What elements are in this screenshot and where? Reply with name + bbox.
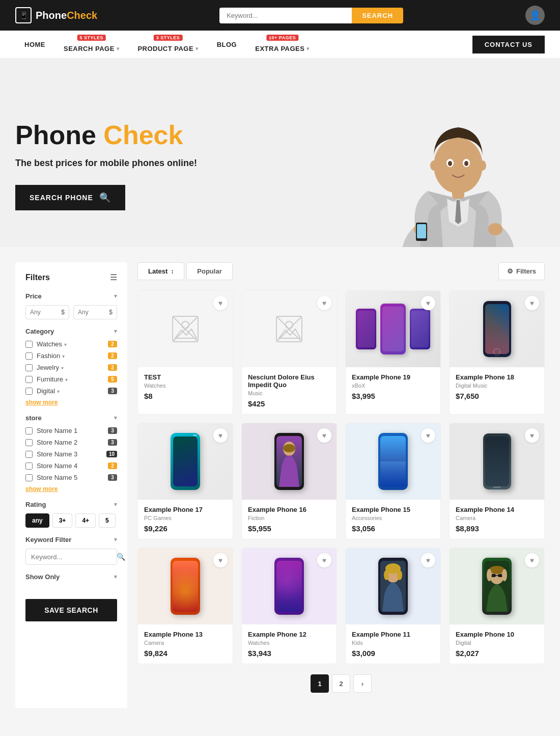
svg-point-35 bbox=[502, 569, 507, 581]
header-search-button[interactable]: SEARCH bbox=[352, 8, 403, 23]
category-checkbox-digital[interactable] bbox=[25, 388, 33, 395]
store-show-more[interactable]: show more bbox=[25, 485, 117, 493]
product-card-12: ♥ Example Phone 10 Digital $2,027 bbox=[449, 548, 545, 664]
store-label-5[interactable]: Store Name 5 bbox=[37, 474, 104, 481]
wishlist-button-9[interactable]: ♥ bbox=[213, 553, 228, 567]
wishlist-button-11[interactable]: ♥ bbox=[421, 553, 435, 567]
store-item-3: Store Name 3 10 bbox=[25, 450, 117, 458]
logo-phone: PhoneCheck bbox=[36, 10, 97, 21]
category-label-furniture[interactable]: Furniture ▾ bbox=[37, 375, 104, 383]
tab-latest[interactable]: Latest ↕ bbox=[137, 262, 184, 280]
svg-point-8 bbox=[479, 160, 486, 171]
nav-item-blog[interactable]: BLOG bbox=[208, 31, 246, 59]
category-show-more[interactable]: show more bbox=[25, 399, 117, 406]
page-button-2[interactable]: 2 bbox=[332, 674, 350, 693]
rating-4plus-button[interactable]: 4+ bbox=[75, 513, 96, 528]
product-price-5: $9,226 bbox=[144, 524, 227, 533]
category-label-fashion[interactable]: Fashion ▾ bbox=[37, 352, 104, 360]
store-label-3[interactable]: Store Name 3 bbox=[37, 450, 102, 458]
product-info-4: Example Phone 18 Digital Music $7,650 bbox=[450, 367, 544, 406]
category-label-watches[interactable]: Watches ▾ bbox=[37, 340, 104, 348]
product-info-7: Example Phone 15 Accessories $3,056 bbox=[346, 500, 440, 539]
pagination: 1 2 › bbox=[137, 674, 545, 708]
wishlist-button-5[interactable]: ♥ bbox=[213, 428, 228, 443]
nav-item-product-page[interactable]: 3 STYLES PRODUCT PAGE ▾ bbox=[128, 31, 207, 59]
product-price-7: $3,056 bbox=[352, 524, 434, 533]
product-category-5: PC Games bbox=[144, 515, 227, 521]
filter-lines-icon[interactable]: ☰ bbox=[110, 272, 117, 282]
keyword-filter-input[interactable] bbox=[31, 553, 117, 561]
wishlist-button-4[interactable]: ♥ bbox=[525, 296, 539, 310]
store-label-4[interactable]: Store Name 4 bbox=[37, 462, 104, 470]
store-checkbox-4[interactable] bbox=[25, 462, 33, 470]
category-filter-label[interactable]: Category ▾ bbox=[25, 328, 117, 335]
store-checkbox-1[interactable] bbox=[25, 427, 33, 434]
save-search-button[interactable]: Save Search bbox=[25, 599, 117, 621]
product-name-2: Nesciunt Dolore Eius Impedit Quo bbox=[248, 373, 330, 389]
max-price-input[interactable] bbox=[78, 309, 108, 316]
wishlist-button-7[interactable]: ♥ bbox=[421, 428, 435, 443]
keyword-arrow-icon: ▾ bbox=[114, 536, 117, 543]
wishlist-button-8[interactable]: ♥ bbox=[525, 428, 539, 443]
category-label-digital[interactable]: Digital ▾ bbox=[37, 387, 104, 395]
contact-us-button[interactable]: CONTACT US bbox=[472, 36, 545, 53]
category-label-jewelry[interactable]: Jewelry ▾ bbox=[37, 364, 104, 371]
show-only-label[interactable]: Show Only ▾ bbox=[25, 573, 117, 581]
header-search-input[interactable] bbox=[219, 8, 352, 23]
tabs-bar: Latest ↕ Popular ⚙ Filters bbox=[137, 262, 545, 280]
category-item-watches: Watches ▾ 2 bbox=[25, 340, 117, 348]
placeholder-icon-2 bbox=[274, 314, 304, 344]
page-next-button[interactable]: › bbox=[353, 674, 372, 693]
wishlist-button-6[interactable]: ♥ bbox=[317, 428, 331, 443]
store-label-2[interactable]: Store Name 2 bbox=[37, 439, 104, 446]
rating-any-button[interactable]: any bbox=[25, 513, 49, 528]
product-card-10: ♥ Example Phone 12 Watches $3,943 bbox=[241, 548, 337, 664]
category-checkbox-furniture[interactable] bbox=[25, 376, 33, 383]
logo[interactable]: 📱 PhoneCheck bbox=[15, 7, 97, 23]
category-item-furniture: Furniture ▾ 5 bbox=[25, 375, 117, 383]
store-filter: store ▾ Store Name 1 3 Store Name 2 3 St… bbox=[25, 414, 117, 493]
store-checkbox-2[interactable] bbox=[25, 439, 33, 446]
category-checkbox-jewelry[interactable] bbox=[25, 364, 33, 371]
svg-point-10 bbox=[488, 223, 502, 235]
wishlist-button-2[interactable]: ♥ bbox=[317, 296, 331, 310]
store-checkbox-5[interactable] bbox=[25, 474, 33, 481]
tab-popular[interactable]: Popular bbox=[186, 262, 232, 280]
product-info-2: Nesciunt Dolore Eius Impedit Quo Music $… bbox=[242, 367, 337, 414]
store-checkbox-3[interactable] bbox=[25, 451, 33, 458]
wishlist-button-3[interactable]: ♥ bbox=[421, 296, 435, 310]
store-label-1[interactable]: Store Name 1 bbox=[37, 427, 104, 434]
rating-filter-label[interactable]: Rating ▾ bbox=[25, 501, 117, 508]
nav-item-search-page[interactable]: 5 STYLES SEARCH PAGE ▾ bbox=[54, 31, 128, 59]
product-info-10: Example Phone 12 Watches $3,943 bbox=[242, 624, 337, 664]
category-checkbox-fashion[interactable] bbox=[25, 352, 33, 360]
search-phone-button[interactable]: SEARCH PHONE 🔍 bbox=[15, 185, 125, 210]
product-info-5: Example Phone 17 PC Games $9,226 bbox=[138, 500, 233, 539]
hero-image bbox=[372, 84, 545, 247]
filters-button[interactable]: ⚙ Filters bbox=[498, 262, 545, 280]
wishlist-button-12[interactable]: ♥ bbox=[525, 553, 539, 567]
wishlist-button-1[interactable]: ♥ bbox=[213, 296, 228, 310]
page-button-1[interactable]: 1 bbox=[311, 674, 329, 693]
product-name-11: Example Phone 11 bbox=[352, 631, 434, 638]
screen-content-12 bbox=[484, 561, 510, 612]
keyword-search-icon: 🔍 bbox=[117, 553, 125, 561]
keyword-filter-label[interactable]: Keyword Filter ▾ bbox=[25, 536, 117, 543]
sort-icon: ↕ bbox=[171, 268, 174, 275]
nav-item-extra-pages[interactable]: 10+ PAGES EXTRA PAGES ▾ bbox=[246, 31, 319, 59]
product-price-1: $8 bbox=[144, 392, 227, 400]
price-filter-label[interactable]: Price ▾ bbox=[25, 292, 117, 300]
rating-3plus-button[interactable]: 3+ bbox=[52, 513, 73, 528]
avatar[interactable]: 👤 bbox=[525, 6, 545, 25]
product-name-6: Example Phone 16 bbox=[248, 506, 330, 513]
category-checkbox-watches[interactable] bbox=[25, 341, 33, 348]
hero-person-illustration bbox=[387, 89, 529, 247]
sidebar-header: Filters ☰ bbox=[25, 272, 117, 282]
store-count-2: 3 bbox=[108, 439, 117, 446]
wishlist-button-10[interactable]: ♥ bbox=[317, 553, 331, 567]
store-filter-label[interactable]: store ▾ bbox=[25, 414, 117, 422]
nav-item-home[interactable]: HOME bbox=[15, 31, 54, 59]
screen-content-11 bbox=[380, 561, 406, 612]
min-price-input[interactable] bbox=[30, 309, 61, 316]
rating-5-button[interactable]: 5 bbox=[99, 513, 116, 528]
